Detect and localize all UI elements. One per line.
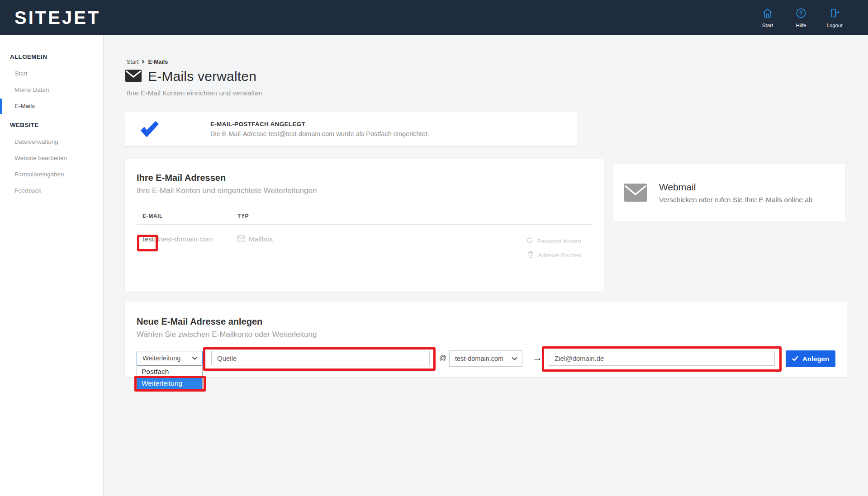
topbar: SITEJET Start ? Hilfe <box>0 0 868 35</box>
sidebar-list-allgemein: Start Meine Daten E-Mails <box>0 66 103 114</box>
topnav-hilfe-label: Hilfe <box>796 23 806 28</box>
email-list-title: Ihre E-Mail Adressen <box>137 173 592 183</box>
create-email-title: Neue E-Mail Adresse anlegen <box>137 316 847 327</box>
table-row: test@test-domain.com Mailbox <box>137 225 592 243</box>
type-select-value: Weiterleitung <box>142 354 180 362</box>
breadcrumb-start[interactable]: Start <box>127 59 138 65</box>
type-select[interactable]: Weiterleitung <box>137 351 203 365</box>
sidebar-item-dateiverwaltung[interactable]: Dateiverwaltung <box>0 134 103 150</box>
svg-text:?: ? <box>799 9 803 16</box>
email-address-cell: test@test-domain.com <box>137 235 237 243</box>
email-list-subtitle: Ihre E-Mail Konten und eingerichtete Wei… <box>137 186 592 195</box>
chevron-down-icon <box>188 354 198 362</box>
notification-title: E-MAIL-POSTFACH ANGELEGT <box>210 121 429 128</box>
target-input[interactable] <box>549 351 775 366</box>
source-input[interactable] <box>211 351 430 365</box>
at-symbol: @ <box>439 351 446 365</box>
home-icon <box>762 8 773 20</box>
delete-address-button[interactable]: Adresse löschen <box>527 251 581 259</box>
arrow-right-icon: → <box>532 350 542 366</box>
topnav-logout-label: Logout <box>826 23 842 28</box>
help-icon: ? <box>796 8 806 20</box>
page-subtitle: Ihre E-Mail Konten einrichten und verwal… <box>127 89 263 97</box>
topnav-logout[interactable]: Logout <box>820 8 849 28</box>
sidebar-item-meine-daten[interactable]: Meine Daten <box>0 82 103 98</box>
topnav-start-label: Start <box>762 23 773 28</box>
create-email-card: Neue E-Mail Adresse anlegen Wählen Sie z… <box>125 302 847 377</box>
domain-select[interactable]: test-domain.com <box>449 350 522 367</box>
webmail-text: Webmail Verschicken oder rufen Sie Ihre … <box>659 182 812 204</box>
sidebar-item-website-bearbeiten[interactable]: Website bearbeiten <box>0 150 103 166</box>
sidebar-item-emails[interactable]: E-Mails <box>0 98 103 114</box>
sidebar-item-start[interactable]: Start <box>0 66 103 82</box>
check-icon <box>139 121 159 138</box>
breadcrumb: Start E-Mails <box>127 59 168 65</box>
column-header-typ: TYP <box>237 213 592 219</box>
webmail-title: Webmail <box>659 182 812 193</box>
webmail-subtitle: Verschicken oder rufen Sie Ihre E-Mails … <box>659 196 812 204</box>
mailbox-envelope-icon <box>237 235 245 243</box>
dropdown-option-weiterleitung[interactable]: Weiterleitung <box>137 378 202 389</box>
create-email-subtitle: Wählen Sie zwischen E-Mailkonto oder Wei… <box>137 330 847 339</box>
sidebar-section-website: WEBSITE <box>10 122 103 128</box>
notification-text: E-MAIL-POSTFACH ANGELEGT Die E-Mail-Adre… <box>210 121 429 137</box>
sidebar-item-feedback[interactable]: Feedback <box>0 183 103 199</box>
domain-select-value: test-domain.com <box>455 355 503 362</box>
sidebar: ALLGEMEIN Start Meine Daten E-Mails WEBS… <box>0 35 104 496</box>
email-list-card: Ihre E-Mail Adressen Ihre E-Mail Konten … <box>125 159 604 292</box>
row-actions: Passwort ändern Adresse löschen <box>526 237 581 259</box>
change-password-button[interactable]: Passwort ändern <box>526 237 581 245</box>
notification-card: E-MAIL-POSTFACH ANGELEGT Die E-Mail-Adre… <box>125 112 577 146</box>
topnav-hilfe[interactable]: ? Hilfe <box>787 8 816 28</box>
refresh-icon <box>526 237 533 245</box>
column-header-email: E-MAIL <box>137 213 237 219</box>
webmail-card[interactable]: Webmail Verschicken oder rufen Sie Ihre … <box>613 164 845 222</box>
type-select-dropdown: Postfach Weiterleitung <box>137 365 203 390</box>
chevron-down-icon <box>508 355 517 362</box>
anlegen-button-label: Anlegen <box>802 355 829 363</box>
change-password-label: Passwort ändern <box>537 238 581 245</box>
table-header: E-MAIL TYP <box>137 213 592 219</box>
email-domain-part: @test-domain.com <box>154 235 213 243</box>
email-user-part: test <box>142 235 154 243</box>
trash-icon <box>527 251 534 259</box>
email-type-label: Mailbox <box>249 235 273 243</box>
topnav-start[interactable]: Start <box>753 8 782 28</box>
page-title: E-Mails verwalten <box>148 69 256 84</box>
page-title-row: E-Mails verwalten <box>125 69 256 84</box>
app-window: SITEJET Start ? Hilfe <box>0 0 868 496</box>
check-small-icon <box>792 355 798 363</box>
sidebar-section-allgemein: ALLGEMEIN <box>10 53 103 60</box>
sitejet-logo[interactable]: SITEJET <box>14 8 100 28</box>
logout-icon <box>829 8 840 20</box>
dropdown-option-postfach[interactable]: Postfach <box>137 366 202 378</box>
chevron-right-icon <box>142 59 145 65</box>
anlegen-button[interactable]: Anlegen <box>786 350 835 367</box>
sidebar-list-website: Dateiverwaltung Website bearbeiten Formu… <box>0 134 103 199</box>
webmail-envelope-icon <box>624 184 647 202</box>
notification-message: Die E-Mail-Adresse test@test-domain.com … <box>210 130 429 137</box>
breadcrumb-current: E-Mails <box>148 59 168 65</box>
delete-address-label: Adresse löschen <box>538 252 581 259</box>
sidebar-item-formulareingaben[interactable]: Formulareingaben <box>0 166 103 183</box>
topnav: Start ? Hilfe Logout <box>753 0 849 35</box>
envelope-icon <box>125 70 142 84</box>
